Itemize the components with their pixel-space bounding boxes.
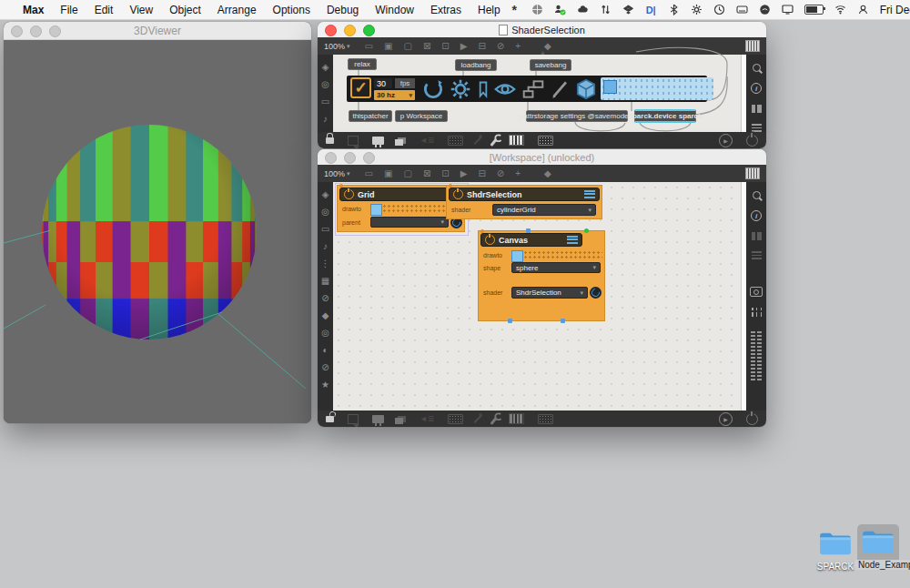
menu-app-name[interactable]: Max bbox=[15, 4, 52, 16]
magic-wand-icon[interactable] bbox=[474, 414, 482, 422]
minimize-button[interactable] bbox=[30, 25, 42, 37]
shader-dropdown[interactable]: cylinderGrid▾ bbox=[492, 204, 596, 216]
pill-button-icon[interactable]: ▭ bbox=[321, 225, 329, 234]
sequence-icon[interactable]: ⋮ bbox=[321, 259, 330, 269]
sync-arrows-icon[interactable] bbox=[600, 4, 612, 15]
keyboard-icon[interactable] bbox=[538, 136, 553, 146]
keyboard-icon[interactable] bbox=[538, 414, 553, 424]
new-playbar-icon[interactable]: ▶ bbox=[460, 42, 468, 51]
new-button-icon[interactable]: ⊡ bbox=[441, 169, 449, 178]
shdrselection-module-header[interactable]: ShdrSelection bbox=[449, 188, 600, 201]
menu-debug[interactable]: Debug bbox=[318, 4, 367, 16]
fps-number-box[interactable]: 30 bbox=[374, 78, 392, 88]
shader-dropdown[interactable]: ShdrSelection▾ bbox=[511, 287, 588, 299]
resize-handle-bottom-right[interactable] bbox=[561, 319, 565, 323]
canvas-module-header[interactable]: Canvas bbox=[480, 233, 582, 247]
bluetooth-icon[interactable] bbox=[668, 4, 680, 15]
audio-mute-icon[interactable]: ◄≣ bbox=[420, 136, 434, 145]
presentation-mode-icon[interactable] bbox=[372, 137, 384, 145]
gear-icon[interactable] bbox=[449, 77, 472, 100]
console-list-icon[interactable] bbox=[752, 124, 762, 132]
audio-note-icon[interactable]: ♪ bbox=[323, 115, 328, 124]
menu-clock[interactable]: Fri Dec 5 11:15 bbox=[880, 4, 910, 16]
thispatcher-object[interactable]: thispatcher bbox=[349, 110, 392, 122]
canvas-module[interactable]: Canvas drawto shape sphere▾ shader ShdrS… bbox=[478, 230, 605, 321]
menu-window[interactable]: Window bbox=[367, 4, 422, 16]
new-playbar-icon[interactable]: ▶ bbox=[460, 169, 468, 178]
camera-icon[interactable] bbox=[750, 287, 763, 297]
grid-module-header[interactable]: Grid bbox=[339, 188, 462, 201]
drawto-swatch[interactable] bbox=[511, 250, 523, 262]
relax-object[interactable]: relax bbox=[348, 58, 377, 70]
piano-keys-icon[interactable] bbox=[509, 413, 524, 424]
image-icon[interactable]: ▦ bbox=[321, 277, 329, 286]
minimize-button[interactable] bbox=[344, 152, 356, 164]
parent-dropdown[interactable]: ▾ bbox=[370, 217, 449, 228]
power-icon[interactable] bbox=[746, 135, 758, 147]
zoom-level-select[interactable]: 100%▾ bbox=[324, 169, 350, 178]
menu-help[interactable]: Help bbox=[470, 4, 509, 16]
new-comment-icon[interactable]: ▣ bbox=[384, 42, 392, 51]
magic-wand-icon[interactable] bbox=[474, 136, 482, 144]
inspector-info-icon[interactable]: i bbox=[751, 83, 762, 94]
attachment-icon[interactable]: ⊘ bbox=[321, 294, 329, 303]
fast-user-switch-icon[interactable] bbox=[857, 4, 869, 15]
dropbox-icon[interactable] bbox=[622, 4, 634, 15]
patcher-flow-icon[interactable] bbox=[521, 77, 545, 100]
settings-flower-icon[interactable] bbox=[691, 4, 703, 15]
shape-dropdown[interactable]: sphere▾ bbox=[511, 262, 601, 273]
search-icon[interactable] bbox=[753, 64, 761, 72]
piano-keys-icon[interactable] bbox=[509, 135, 524, 146]
new-dial-icon[interactable]: ⊘ bbox=[497, 169, 504, 178]
layers-icon[interactable] bbox=[398, 416, 406, 422]
edit-select-icon[interactable] bbox=[348, 414, 359, 424]
menu-file[interactable]: File bbox=[52, 4, 86, 16]
pattrstorage-object[interactable]: pattrstorage settings @savemode 2 bbox=[526, 110, 628, 122]
users-badge-icon[interactable] bbox=[554, 4, 566, 15]
new-toggle-icon[interactable]: ⊠ bbox=[423, 169, 430, 178]
audio-note-icon[interactable]: ♪ bbox=[323, 242, 328, 251]
columns-icon[interactable] bbox=[752, 105, 762, 113]
edit-select-icon[interactable] bbox=[348, 136, 359, 146]
eye-icon[interactable] bbox=[493, 77, 517, 100]
desktop-icon-node-examples[interactable]: Node_Examples bbox=[854, 528, 902, 572]
viewer-titlebar[interactable]: 3DViewer bbox=[4, 22, 311, 40]
audio-mute-icon[interactable]: ◄≣ bbox=[420, 414, 434, 423]
mixer-faders-icon[interactable] bbox=[752, 308, 762, 317]
rate-dropdown[interactable]: 30 hz▾ bbox=[374, 90, 415, 100]
pill-button-icon[interactable]: ▭ bbox=[321, 97, 329, 106]
run-play-icon[interactable]: ▶ bbox=[719, 412, 733, 426]
plug-icon[interactable]: ◆ bbox=[322, 311, 329, 320]
menu-burger-icon[interactable] bbox=[567, 236, 578, 244]
power-icon[interactable] bbox=[344, 189, 354, 199]
new-message-icon[interactable]: ▢ bbox=[403, 42, 411, 51]
new-object-icon[interactable]: ▭ bbox=[365, 169, 373, 178]
inspector-info-icon[interactable]: i bbox=[751, 210, 762, 221]
layers-icon[interactable] bbox=[398, 137, 406, 144]
menu-burger-icon[interactable] bbox=[584, 190, 595, 198]
package-cube-icon[interactable]: ◈ bbox=[322, 190, 329, 199]
zoom-button[interactable] bbox=[363, 25, 375, 36]
desktop-icon-sparck[interactable]: SPARCK bbox=[812, 530, 859, 573]
clock-icon[interactable] bbox=[713, 4, 725, 15]
cloud-icon[interactable] bbox=[577, 4, 589, 15]
fps-toggle[interactable]: ✓ bbox=[350, 77, 371, 98]
new-comment-icon[interactable]: ▣ bbox=[384, 169, 392, 178]
p-workspace-object[interactable]: p Workspace bbox=[395, 110, 448, 122]
wrench-icon[interactable] bbox=[490, 138, 498, 147]
shdrselection-module[interactable]: ShdrSelection shader cylinderGrid▾ bbox=[446, 185, 602, 219]
menu-options[interactable]: Options bbox=[265, 4, 318, 16]
grid-snap-icon[interactable] bbox=[448, 414, 463, 424]
console-list-icon[interactable] bbox=[752, 251, 762, 259]
resize-handle-top[interactable] bbox=[526, 228, 531, 233]
drawto-swatch[interactable] bbox=[370, 204, 382, 216]
rings-icon[interactable]: ◎ bbox=[321, 80, 329, 89]
run-play-icon[interactable]: ▶ bbox=[719, 134, 733, 147]
cube-icon[interactable] bbox=[574, 77, 598, 100]
docker-icon[interactable]: D| bbox=[645, 4, 657, 15]
menu-extras[interactable]: Extras bbox=[422, 4, 470, 16]
loadbang-object[interactable]: loadbang bbox=[455, 59, 497, 71]
display-icon[interactable] bbox=[782, 4, 794, 15]
workspace-titlebar[interactable]: [Workspace] (unlocked) bbox=[318, 149, 766, 166]
grid-view-icon[interactable] bbox=[745, 167, 760, 179]
